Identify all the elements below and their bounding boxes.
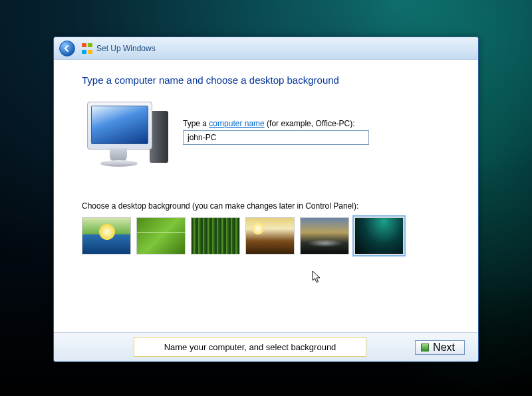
bg-thumb-autumn-field[interactable] <box>245 217 295 254</box>
computer-name-form: Type a computer name (for example, Offic… <box>183 102 450 145</box>
back-button[interactable] <box>59 41 75 56</box>
bg-thumb-vista-hills[interactable] <box>82 217 131 254</box>
helper-callout: Name your computer, and select backgroun… <box>134 337 366 357</box>
bg-thumb-mountain-reflection[interactable] <box>300 217 349 254</box>
page-heading: Type a computer name and choose a deskto… <box>82 74 450 86</box>
next-shield-icon <box>421 344 429 351</box>
background-thumbnails <box>82 217 450 254</box>
computer-name-input[interactable] <box>183 130 369 145</box>
background-section-label: Choose a desktop background (you can mak… <box>82 201 450 211</box>
footer: Name your computer, and select backgroun… <box>54 332 478 361</box>
setup-window: Set Up Windows Type a computer name and … <box>53 37 479 362</box>
computer-name-label: Type a computer name (for example, Offic… <box>183 119 450 128</box>
computer-name-link[interactable]: computer name <box>209 119 264 128</box>
next-button-label: Next <box>433 342 455 353</box>
back-arrow-icon <box>63 45 71 52</box>
computer-illustration-icon <box>82 102 168 175</box>
content-area: Type a computer name and choose a deskto… <box>54 60 478 332</box>
windows-flag-icon <box>82 43 92 54</box>
next-button[interactable]: Next <box>415 340 465 355</box>
window-title: Set Up Windows <box>96 44 156 53</box>
bg-thumb-aurora[interactable] <box>354 217 404 254</box>
bg-thumb-bamboo[interactable] <box>191 217 240 254</box>
bg-thumb-green-leaf[interactable] <box>136 217 186 254</box>
titlebar: Set Up Windows <box>54 37 478 60</box>
